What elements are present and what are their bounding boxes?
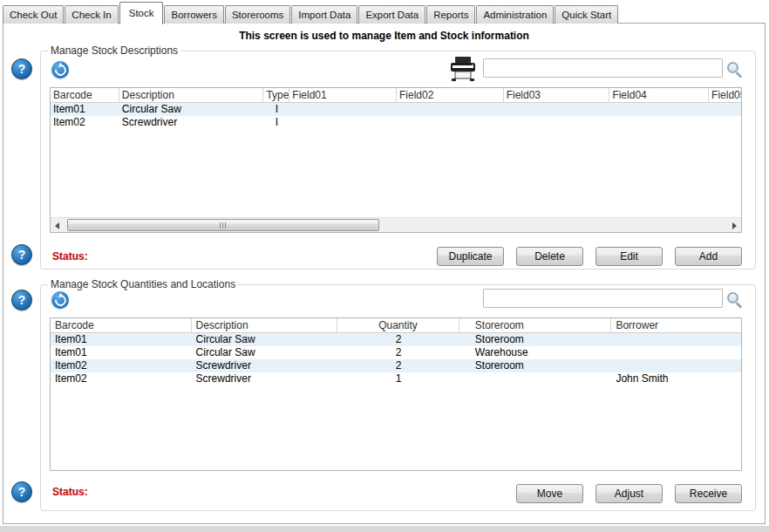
refresh-icon[interactable] (51, 61, 69, 78)
cell-storeroom: Warehouse (459, 346, 612, 359)
cell-description: Screwdriver (192, 359, 338, 372)
search-input[interactable] (483, 58, 723, 78)
add-button[interactable]: Add (675, 247, 742, 266)
cell-field02 (397, 103, 504, 116)
cell-barcode: Item01 (51, 346, 192, 359)
tab-bar: Check Out Check In Stock Borrowers Store… (3, 0, 619, 24)
printer-icon[interactable] (447, 56, 479, 85)
column-header-borrower[interactable]: Borrower (611, 318, 741, 332)
help-icon[interactable]: ? (11, 244, 32, 265)
search-icon[interactable] (727, 62, 738, 73)
tab-quick-start[interactable]: Quick Start (555, 5, 618, 24)
cell-field05 (709, 116, 741, 129)
search-input[interactable] (483, 289, 723, 308)
cell-barcode: Item02 (51, 116, 119, 129)
cell-field01 (289, 103, 397, 116)
cell-type: I (263, 116, 289, 129)
cell-storeroom: Storeroom (459, 333, 612, 346)
column-header-storeroom[interactable]: Storeroom (459, 318, 612, 332)
manage-stock-descriptions-group: Manage Stock Descriptions Barcode Descri… (40, 51, 756, 269)
edit-button[interactable]: Edit (595, 247, 663, 266)
tab-borrowers[interactable]: Borrowers (164, 5, 223, 24)
horizontal-scrollbar[interactable] (51, 217, 741, 232)
column-header-barcode[interactable]: Barcode (51, 88, 119, 102)
cell-field04 (609, 116, 709, 129)
cell-field02 (397, 116, 504, 129)
stock-tab-page: This screen is used to manage Item and S… (3, 23, 766, 524)
cell-barcode: Item02 (51, 359, 192, 372)
table-header: Barcode Description Type Field01 Field02… (51, 88, 741, 103)
cell-field01 (289, 116, 397, 129)
tab-reports[interactable]: Reports (426, 5, 475, 24)
table-header: Barcode Description Quantity Storeroom B… (51, 318, 741, 333)
cell-borrower (611, 346, 741, 359)
cell-barcode: Item02 (51, 372, 192, 385)
column-header-field01[interactable]: Field01 (289, 88, 397, 102)
help-icon[interactable]: ? (11, 290, 32, 310)
table-row[interactable]: Item02 Screwdriver I (51, 116, 741, 129)
cell-field03 (504, 116, 610, 129)
group-title: Manage Stock Quantities and Locations (48, 278, 238, 290)
adjust-button[interactable]: Adjust (595, 484, 663, 503)
cell-storeroom: Storeroom (459, 359, 612, 372)
tab-import-data[interactable]: Import Data (291, 5, 357, 24)
cell-borrower (611, 333, 741, 346)
status-label: Status: (52, 250, 88, 263)
duplicate-button[interactable]: Duplicate (437, 247, 504, 266)
tab-export-data[interactable]: Export Data (358, 5, 425, 24)
cell-field04 (609, 103, 709, 116)
stock-descriptions-table: Barcode Description Type Field01 Field02… (50, 87, 742, 233)
column-header-description[interactable]: Description (192, 318, 338, 332)
cell-storeroom (459, 372, 612, 385)
search-icon[interactable] (727, 292, 738, 304)
tab-administration[interactable]: Administration (476, 5, 554, 24)
column-header-quantity[interactable]: Quantity (337, 318, 459, 332)
delete-button[interactable]: Delete (516, 247, 583, 266)
column-header-field02[interactable]: Field02 (397, 88, 504, 102)
cell-description: Screwdriver (192, 372, 338, 385)
cell-field03 (504, 103, 610, 116)
status-label: Status: (52, 486, 88, 498)
tab-storerooms[interactable]: Storerooms (225, 5, 290, 24)
column-header-field03[interactable]: Field03 (504, 88, 610, 102)
cell-quantity: 1 (337, 372, 459, 385)
tab-stock[interactable]: Stock (119, 2, 164, 24)
move-button[interactable]: Move (516, 484, 583, 503)
cell-description: Screwdriver (119, 116, 264, 129)
scroll-right-arrow-icon[interactable] (726, 218, 741, 232)
cell-quantity: 2 (337, 333, 459, 346)
cell-description: Circular Saw (119, 103, 264, 116)
cell-quantity: 2 (337, 346, 459, 359)
scrollbar-thumb[interactable] (67, 219, 379, 231)
table-row[interactable]: Item01 Circular Saw I (51, 103, 741, 116)
cell-description: Circular Saw (192, 333, 338, 346)
column-header-field05[interactable]: Field05 (709, 88, 741, 102)
help-icon[interactable]: ? (11, 58, 32, 79)
cell-barcode: Item01 (51, 103, 119, 116)
cell-borrower: John Smith (611, 372, 741, 385)
help-icon[interactable]: ? (11, 481, 32, 502)
table-row[interactable]: Item02 Screwdriver 2 Storeroom (51, 359, 741, 372)
cell-field05 (709, 103, 741, 116)
cell-type: I (263, 103, 289, 116)
column-header-type[interactable]: Type (263, 88, 289, 102)
stock-quantities-table: Barcode Description Quantity Storeroom B… (50, 317, 742, 471)
cell-borrower (611, 359, 741, 372)
group-title: Manage Stock Descriptions (48, 44, 180, 57)
receive-button[interactable]: Receive (675, 484, 742, 503)
column-header-barcode[interactable]: Barcode (51, 318, 192, 332)
column-header-description[interactable]: Description (119, 88, 264, 102)
refresh-icon[interactable] (51, 291, 69, 309)
column-header-field04[interactable]: Field04 (609, 88, 709, 102)
table-row[interactable]: Item02 Screwdriver 1 John Smith (51, 372, 741, 385)
cell-description: Circular Saw (192, 346, 338, 359)
manage-stock-quantities-group: Manage Stock Quantities and Locations Ba… (40, 284, 756, 511)
table-row[interactable]: Item01 Circular Saw 2 Storeroom (51, 333, 741, 346)
table-row[interactable]: Item01 Circular Saw 2 Warehouse (51, 346, 741, 359)
tab-check-out[interactable]: Check Out (3, 5, 64, 24)
cell-barcode: Item01 (51, 333, 192, 346)
tab-check-in[interactable]: Check In (65, 5, 118, 24)
cell-quantity: 2 (337, 359, 459, 372)
window-bottom-edge (0, 526, 769, 532)
scroll-left-arrow-icon[interactable] (51, 218, 65, 232)
